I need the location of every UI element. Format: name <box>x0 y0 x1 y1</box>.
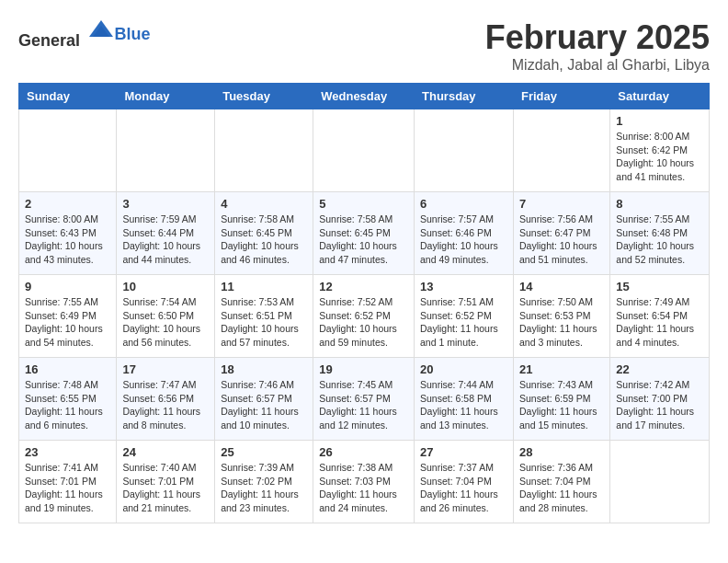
location-title: Mizdah, Jabal al Gharbi, Libya <box>485 57 710 74</box>
day-number: 18 <box>221 362 307 376</box>
logo: General Blue <box>18 18 151 51</box>
logo-general-text: General <box>18 31 80 50</box>
day-info: Sunrise: 7:53 AM Sunset: 6:51 PM Dayligh… <box>221 295 307 350</box>
calendar-header-row: SundayMondayTuesdayWednesdayThursdayFrid… <box>19 84 710 109</box>
calendar-cell: 11Sunrise: 7:53 AM Sunset: 6:51 PM Dayli… <box>215 275 313 358</box>
day-number: 7 <box>519 197 604 211</box>
calendar-cell: 20Sunrise: 7:44 AM Sunset: 6:58 PM Dayli… <box>415 358 514 441</box>
calendar-cell: 24Sunrise: 7:40 AM Sunset: 7:01 PM Dayli… <box>117 441 215 523</box>
calendar-cell: 28Sunrise: 7:36 AM Sunset: 7:04 PM Dayli… <box>513 441 609 523</box>
day-info: Sunrise: 7:52 AM Sunset: 6:52 PM Dayligh… <box>319 295 408 350</box>
day-number: 28 <box>519 445 604 459</box>
day-number: 27 <box>420 445 507 459</box>
day-number: 22 <box>616 362 703 376</box>
calendar-cell <box>19 109 117 192</box>
month-title: February 2025 <box>485 18 710 57</box>
day-info: Sunrise: 7:38 AM Sunset: 7:03 PM Dayligh… <box>319 461 408 515</box>
day-number: 14 <box>519 280 604 293</box>
calendar-cell <box>117 109 215 192</box>
calendar-cell: 5Sunrise: 7:58 AM Sunset: 6:45 PM Daylig… <box>313 192 415 275</box>
day-number: 17 <box>122 362 209 376</box>
day-number: 5 <box>319 197 408 211</box>
day-info: Sunrise: 7:58 AM Sunset: 6:45 PM Dayligh… <box>221 213 307 267</box>
day-info: Sunrise: 7:46 AM Sunset: 6:57 PM Dayligh… <box>221 378 307 432</box>
day-header-monday: Monday <box>117 84 215 109</box>
day-info: Sunrise: 7:55 AM Sunset: 6:48 PM Dayligh… <box>616 213 703 267</box>
day-info: Sunrise: 7:42 AM Sunset: 7:00 PM Dayligh… <box>616 378 703 432</box>
logo-blue-text: Blue <box>115 25 151 43</box>
calendar-cell: 19Sunrise: 7:45 AM Sunset: 6:57 PM Dayli… <box>313 358 415 441</box>
logo-icon <box>87 18 115 46</box>
calendar-week-row: 16Sunrise: 7:48 AM Sunset: 6:55 PM Dayli… <box>19 358 710 441</box>
calendar-cell: 16Sunrise: 7:48 AM Sunset: 6:55 PM Dayli… <box>19 358 117 441</box>
calendar-cell <box>215 109 313 192</box>
day-number: 16 <box>25 362 110 376</box>
day-header-saturday: Saturday <box>610 84 710 109</box>
day-number: 1 <box>616 114 703 128</box>
day-number: 8 <box>616 197 703 211</box>
calendar-cell: 22Sunrise: 7:42 AM Sunset: 7:00 PM Dayli… <box>610 358 710 441</box>
calendar-cell: 17Sunrise: 7:47 AM Sunset: 6:56 PM Dayli… <box>117 358 215 441</box>
calendar-cell: 4Sunrise: 7:58 AM Sunset: 6:45 PM Daylig… <box>215 192 313 275</box>
day-info: Sunrise: 8:00 AM Sunset: 6:43 PM Dayligh… <box>25 213 110 267</box>
day-number: 24 <box>122 445 209 459</box>
day-info: Sunrise: 7:54 AM Sunset: 6:50 PM Dayligh… <box>122 295 209 350</box>
calendar-cell: 6Sunrise: 7:57 AM Sunset: 6:46 PM Daylig… <box>415 192 514 275</box>
day-info: Sunrise: 7:49 AM Sunset: 6:54 PM Dayligh… <box>616 295 703 350</box>
calendar-cell: 18Sunrise: 7:46 AM Sunset: 6:57 PM Dayli… <box>215 358 313 441</box>
calendar-week-row: 23Sunrise: 7:41 AM Sunset: 7:01 PM Dayli… <box>19 441 710 523</box>
day-info: Sunrise: 7:51 AM Sunset: 6:52 PM Dayligh… <box>420 295 507 350</box>
day-header-wednesday: Wednesday <box>313 84 415 109</box>
calendar-cell: 7Sunrise: 7:56 AM Sunset: 6:47 PM Daylig… <box>513 192 609 275</box>
calendar-cell: 15Sunrise: 7:49 AM Sunset: 6:54 PM Dayli… <box>610 275 710 358</box>
day-info: Sunrise: 7:44 AM Sunset: 6:58 PM Dayligh… <box>420 378 507 432</box>
calendar-week-row: 1Sunrise: 8:00 AM Sunset: 6:42 PM Daylig… <box>19 109 710 192</box>
calendar-cell: 26Sunrise: 7:38 AM Sunset: 7:03 PM Dayli… <box>313 441 415 523</box>
day-header-friday: Friday <box>513 84 609 109</box>
day-info: Sunrise: 8:00 AM Sunset: 6:42 PM Dayligh… <box>616 130 703 184</box>
day-header-tuesday: Tuesday <box>215 84 313 109</box>
day-info: Sunrise: 7:48 AM Sunset: 6:55 PM Dayligh… <box>25 378 110 432</box>
day-number: 2 <box>25 197 110 211</box>
calendar-cell <box>610 441 710 523</box>
day-info: Sunrise: 7:40 AM Sunset: 7:01 PM Dayligh… <box>122 461 209 515</box>
day-number: 10 <box>122 280 209 293</box>
day-number: 23 <box>25 445 110 459</box>
calendar-cell: 3Sunrise: 7:59 AM Sunset: 6:44 PM Daylig… <box>117 192 215 275</box>
page-header: General Blue February 2025 Mizdah, Jabal… <box>18 18 710 74</box>
day-number: 15 <box>616 280 703 293</box>
calendar-cell: 14Sunrise: 7:50 AM Sunset: 6:53 PM Dayli… <box>513 275 609 358</box>
day-info: Sunrise: 7:58 AM Sunset: 6:45 PM Dayligh… <box>319 213 408 267</box>
calendar-cell: 8Sunrise: 7:55 AM Sunset: 6:48 PM Daylig… <box>610 192 710 275</box>
calendar-cell: 23Sunrise: 7:41 AM Sunset: 7:01 PM Dayli… <box>19 441 117 523</box>
day-number: 25 <box>221 445 307 459</box>
day-number: 3 <box>122 197 209 211</box>
day-number: 11 <box>221 280 307 293</box>
day-info: Sunrise: 7:41 AM Sunset: 7:01 PM Dayligh… <box>25 461 110 515</box>
calendar-cell: 13Sunrise: 7:51 AM Sunset: 6:52 PM Dayli… <box>415 275 514 358</box>
day-number: 6 <box>420 197 507 211</box>
day-info: Sunrise: 7:36 AM Sunset: 7:04 PM Dayligh… <box>519 461 604 515</box>
day-number: 19 <box>319 362 408 376</box>
calendar-cell: 1Sunrise: 8:00 AM Sunset: 6:42 PM Daylig… <box>610 109 710 192</box>
calendar-cell: 9Sunrise: 7:55 AM Sunset: 6:49 PM Daylig… <box>19 275 117 358</box>
day-info: Sunrise: 7:59 AM Sunset: 6:44 PM Dayligh… <box>122 213 209 267</box>
day-info: Sunrise: 7:39 AM Sunset: 7:02 PM Dayligh… <box>221 461 307 515</box>
day-header-sunday: Sunday <box>19 84 117 109</box>
day-info: Sunrise: 7:57 AM Sunset: 6:46 PM Dayligh… <box>420 213 507 267</box>
calendar-cell <box>313 109 415 192</box>
calendar-cell <box>513 109 609 192</box>
day-number: 12 <box>319 280 408 293</box>
day-number: 21 <box>519 362 604 376</box>
calendar-cell: 2Sunrise: 8:00 AM Sunset: 6:43 PM Daylig… <box>19 192 117 275</box>
day-info: Sunrise: 7:56 AM Sunset: 6:47 PM Dayligh… <box>519 213 604 267</box>
calendar-cell: 12Sunrise: 7:52 AM Sunset: 6:52 PM Dayli… <box>313 275 415 358</box>
day-number: 26 <box>319 445 408 459</box>
day-info: Sunrise: 7:43 AM Sunset: 6:59 PM Dayligh… <box>519 378 604 432</box>
day-info: Sunrise: 7:45 AM Sunset: 6:57 PM Dayligh… <box>319 378 408 432</box>
calendar-table: SundayMondayTuesdayWednesdayThursdayFrid… <box>18 83 710 523</box>
day-info: Sunrise: 7:50 AM Sunset: 6:53 PM Dayligh… <box>519 295 604 350</box>
day-info: Sunrise: 7:47 AM Sunset: 6:56 PM Dayligh… <box>122 378 209 432</box>
day-header-thursday: Thursday <box>415 84 514 109</box>
day-number: 4 <box>221 197 307 211</box>
